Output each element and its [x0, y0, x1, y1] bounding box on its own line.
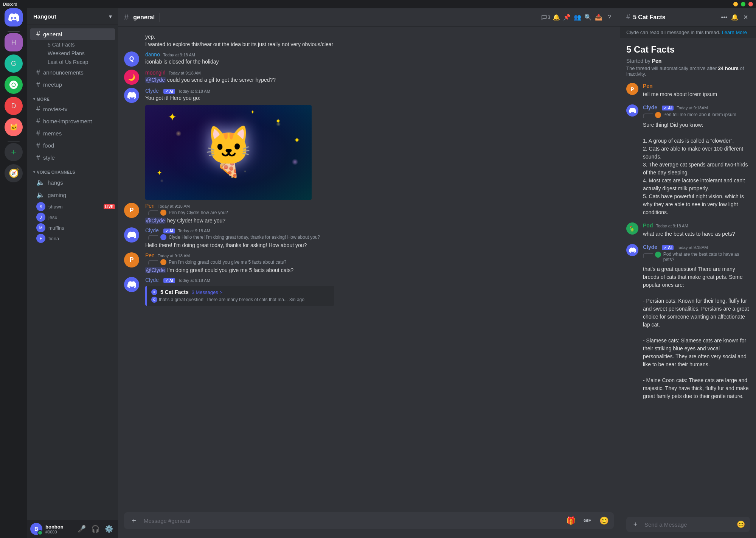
thread-message-1: P Pen tell me more about lorem ipsum	[626, 83, 750, 98]
message-input[interactable]	[142, 514, 562, 528]
message-header-pen-2: Pen Today at 9:18 AM	[145, 252, 614, 258]
search-button[interactable]: 🔍	[584, 13, 593, 22]
thread-messages-link[interactable]: 3 Messages >	[192, 289, 222, 295]
gift-button[interactable]: 🎁	[562, 512, 579, 529]
thread-avatar-pen-1[interactable]: P	[626, 83, 638, 95]
mention-clyde-3[interactable]: @Clyde	[145, 267, 166, 273]
thread-message-input[interactable]	[643, 518, 733, 532]
category-voice-label: VOICE CHANNELS	[37, 170, 75, 174]
server-header[interactable]: Hangout ▾	[27, 8, 118, 25]
thread-avatar-clyde-2[interactable]	[626, 244, 638, 256]
svg-point-1	[13, 84, 15, 86]
channel-item-announcements[interactable]: # announcements	[30, 67, 115, 78]
channel-item-style[interactable]: # style	[30, 152, 115, 163]
avatar-pen-2[interactable]: P	[124, 252, 139, 267]
channel-item-food[interactable]: # food	[30, 140, 115, 151]
server-sidebar: H G D 🐱 + 🧭	[0, 0, 27, 538]
server-icon-4[interactable]: D	[5, 97, 23, 115]
thread-reply-text-2: Pod what are the best cats to have as pe…	[663, 252, 750, 262]
message-text-danno: iconlab is closed for the holiday	[145, 58, 614, 66]
chat-input-box: + 🎁 GIF 😊	[124, 512, 614, 529]
pinned-button[interactable]: 📌	[562, 13, 571, 22]
thread-close-button[interactable]: ✕	[741, 13, 750, 22]
emoji-button[interactable]: 😊	[596, 512, 612, 529]
thread-item-label: 5 Cat Facts	[48, 42, 75, 48]
message-author-moongirl[interactable]: moongirl	[145, 70, 166, 76]
user-avatar[interactable]: B	[30, 523, 42, 535]
thread-emoji-button[interactable]: 😊	[733, 517, 748, 532]
category-more[interactable]: ▾ MORE	[27, 91, 118, 103]
thread-add-button[interactable]: +	[628, 517, 643, 532]
message-text-pen-2: @Clyde I'm doing great! could you give m…	[145, 267, 614, 274]
table-row: 🌙 moongirl Today at 9:18 AM @Clyde could…	[118, 69, 620, 86]
thread-msg-author-pod[interactable]: Pod	[643, 222, 653, 229]
message-content-pen-1: Pen Today at 9:18 AM Pen hey Clyde! how …	[145, 203, 614, 225]
add-server-button[interactable]: +	[5, 143, 23, 161]
thread-item-5catfacts[interactable]: 5 Cat Facts	[30, 40, 115, 49]
thread-msg-author-clyde-2[interactable]: Clyde	[643, 244, 657, 250]
inbox-button[interactable]: 📥	[594, 13, 603, 22]
explore-servers-button[interactable]: 🧭	[5, 164, 23, 182]
thread-avatar-pod[interactable]: 🦜	[626, 222, 638, 235]
message-author-clyde-2[interactable]: Clyde	[145, 227, 159, 233]
thread-msg-author-clyde-1[interactable]: Clyde	[643, 104, 657, 110]
close-button[interactable]	[748, 2, 753, 6]
message-author-danno[interactable]: danno	[145, 51, 160, 58]
avatar-muffins: M	[36, 223, 45, 232]
threads-button[interactable]: 3	[541, 13, 550, 22]
avatar-moongirl[interactable]: 🌙	[124, 70, 139, 85]
message-author-pen-2[interactable]: Pen	[145, 252, 155, 258]
message-author-clyde[interactable]: Clyde	[145, 88, 159, 94]
avatar-clyde-2[interactable]	[124, 227, 139, 243]
category-voice[interactable]: ▾ VOICE CHANNELS	[27, 164, 118, 176]
server-icon-5[interactable]: 🐱	[5, 118, 23, 136]
channel-item-gaming[interactable]: 🔈 gaming	[30, 189, 115, 201]
reply-avatar-clyde	[160, 234, 166, 240]
server-icon-discord[interactable]	[5, 8, 23, 26]
channel-item-home-improvement[interactable]: # home-improvement	[30, 115, 115, 127]
avatar-pen-1[interactable]: P	[124, 203, 139, 218]
thread-preview-time: 3m ago	[289, 297, 304, 302]
gif-button[interactable]: GIF	[579, 512, 596, 529]
message-text-clyde-1: You got it! Here you go:	[145, 95, 614, 102]
thread-message-4: Clyde ✓ AI Today at 9:18AM Pod what are …	[626, 244, 750, 400]
settings-button[interactable]: ⚙️	[103, 523, 115, 535]
reply-avatar-pen-2	[160, 259, 166, 265]
thread-notifications-button[interactable]: 🔔	[730, 13, 739, 22]
members-button[interactable]: 👥	[573, 13, 582, 22]
thread-msg-time-1: Today at 9:18AM	[677, 106, 708, 110]
avatar-clyde-3[interactable]	[124, 277, 139, 292]
message-author-pen[interactable]: Pen	[145, 203, 155, 209]
channel-item-hangs[interactable]: 🔈 hangs	[30, 176, 115, 188]
thread-item-lastofus[interactable]: Last of Us Recap	[30, 58, 115, 66]
chat-input-area: + 🎁 GIF 😊	[118, 512, 620, 538]
thread-more-button[interactable]: •••	[720, 13, 729, 22]
avatar-clyde-1[interactable]	[124, 88, 139, 103]
server-icon-3[interactable]	[5, 76, 23, 94]
maximize-button[interactable]	[741, 2, 745, 6]
mention-clyde[interactable]: @Clyde	[145, 77, 166, 83]
channel-name-style: style	[43, 154, 55, 161]
thread-avatar-clyde-1[interactable]	[626, 104, 638, 117]
sparkle-icon-5: ✦	[293, 135, 300, 145]
channel-item-movies-tv[interactable]: # movies-tv	[30, 103, 115, 115]
thread-item-weekendplans[interactable]: Weekend Plans	[30, 49, 115, 58]
channel-item-memes[interactable]: # memes	[30, 128, 115, 139]
channel-item-meetup[interactable]: # meetup	[30, 79, 115, 90]
help-button[interactable]: ?	[605, 13, 614, 22]
thread-msg-text-1: tell me more about lorem ipsum	[643, 90, 750, 98]
mute-button[interactable]: 🎤	[76, 523, 88, 535]
table-row: Clyde ✓ AI Today at 9:18 AM You got it! …	[118, 87, 620, 201]
deafen-button[interactable]: 🎧	[89, 523, 101, 535]
channel-item-general[interactable]: # general	[30, 28, 115, 40]
learn-more-link[interactable]: Learn More	[722, 30, 747, 35]
add-message-button[interactable]: +	[126, 512, 142, 529]
server-icon-hangout[interactable]: H	[5, 33, 23, 51]
notifications-button[interactable]: 🔔	[552, 13, 561, 22]
message-author-clyde-3[interactable]: Clyde	[145, 277, 159, 283]
avatar-danno[interactable]: Q	[124, 51, 139, 67]
thread-msg-author-pen-1[interactable]: Pen	[643, 83, 653, 89]
server-icon-2[interactable]: G	[5, 54, 23, 73]
mention-clyde-2[interactable]: @Clyde	[145, 218, 166, 224]
minimize-button[interactable]	[733, 2, 738, 6]
